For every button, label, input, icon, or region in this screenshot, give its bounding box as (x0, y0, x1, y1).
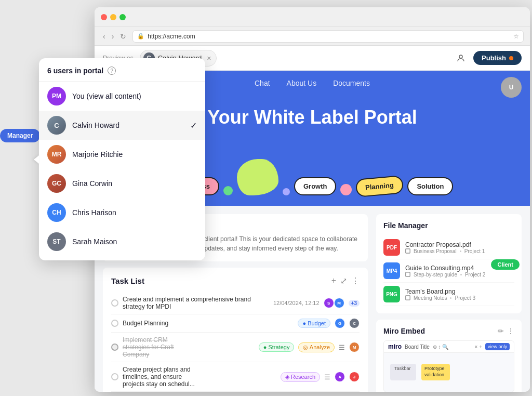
traffic-lights (101, 14, 126, 20)
file-meta: Meeting NotesProject 3 (405, 295, 514, 301)
shape-growth: Growth (294, 177, 337, 195)
dropdown-item-name: Calvin Howard (72, 121, 184, 129)
list-icon: ☰ (339, 344, 345, 351)
miro-logo: miro (388, 343, 402, 350)
check-icon: ✓ (190, 121, 197, 130)
nav-about[interactable]: About Us (287, 79, 317, 87)
hero-avatar: U (501, 77, 522, 98)
dropdown-item-you[interactable]: PM You (view all content) (39, 82, 205, 111)
minimize-button[interactable] (110, 14, 116, 20)
task-avatar: G (335, 318, 345, 328)
task-checkbox[interactable] (111, 344, 118, 351)
svg-point-0 (459, 55, 462, 58)
dropdown-item-name: Marjorie Ritchie (72, 150, 197, 159)
avatar-marjorie: MR (47, 145, 66, 164)
file-meta: Business ProposalProject 1 (405, 248, 514, 254)
add-task-icon[interactable]: + (331, 276, 336, 286)
dropdown-item-chris[interactable]: CH Chris Harison (39, 198, 205, 227)
back-button[interactable]: ‹ (101, 31, 108, 42)
dropdown-item-gina[interactable]: GC Gina Corwin (39, 169, 205, 198)
task-avatar: S (324, 298, 334, 308)
avatar-sarah: ST (47, 232, 66, 251)
task-row: Implement CRM strategies for Craft Compa… (111, 333, 360, 362)
manager-badge: Manager (0, 129, 40, 142)
miro-toolbar: miro Board Title ⊕ ↕ 🔍 × + view only (384, 341, 514, 353)
file-name: Team's Board.png (405, 288, 514, 295)
nav-buttons: ‹ › ↻ (101, 31, 128, 42)
task-text: Implement CRM strategies for Craft Compa… (123, 336, 187, 358)
miro-taskbar-sticky: Taskbar (390, 364, 416, 380)
dropdown-item-name: Sarah Maison (72, 237, 197, 246)
shape-circle-pink (340, 184, 352, 195)
file-manager-card: File Manager PDF Contractor Proposal.pdf… (376, 214, 522, 313)
file-row: MP4 Guide to Consulting.mp4 Step-by-step… (383, 259, 514, 283)
miro-header: Miro Embed ✏ ⋮ (383, 327, 514, 335)
close-button[interactable] (101, 14, 107, 20)
task-list-card: Task List + ⤢ ⋮ Create and implement a c… (103, 268, 368, 392)
task-text: Create project plans and timelines, and … (123, 366, 197, 388)
task-checkbox[interactable] (111, 320, 118, 327)
task-list-title: Task List (111, 276, 144, 285)
shape-circle-green (223, 186, 233, 195)
task-text: Create and implement a comprehensive bra… (123, 296, 269, 310)
maximize-button[interactable] (119, 14, 126, 20)
publish-dot (509, 56, 513, 60)
task-date: 12/04/2024, 12:12 (273, 300, 320, 306)
miro-content: Taskbar Prototypevalidation (384, 348, 514, 384)
dropdown-item-name: Chris Harison (72, 208, 197, 217)
task-checkbox[interactable] (111, 299, 118, 307)
task-row: Create and implement a comprehensive bra… (111, 292, 360, 314)
help-icon[interactable]: ? (108, 67, 116, 75)
list-icon: ☰ (324, 373, 330, 381)
address-bar: ‹ › ↻ 🔒 https://acme.com ☆ (95, 27, 530, 46)
dropdown-item-marjorie[interactable]: MR Marjorie Ritchie (39, 140, 205, 169)
dropdown-item-calvin[interactable]: C Calvin Howard ✓ (39, 111, 205, 140)
task-avatar: C (349, 318, 360, 328)
right-column: File Manager PDF Contractor Proposal.pdf… (376, 214, 522, 392)
file-info: Team's Board.png Meeting NotesProject 3 (405, 288, 514, 301)
task-row: Budget Planning ● Budget G C (111, 314, 360, 333)
task-tag-analyze: ◎ Analyze (298, 342, 335, 352)
task-tag-strategy: ● Strategy (259, 342, 295, 352)
task-tag-research: ◈ Research (281, 372, 320, 382)
publish-label: Publish (482, 54, 506, 62)
shape-planning: Planning (355, 175, 404, 197)
task-tag-budget: ● Budget (298, 319, 330, 328)
file-row: PNG Team's Board.png Meeting NotesProjec… (383, 283, 514, 306)
nav-chat[interactable]: Chat (255, 79, 270, 87)
miro-more-icon[interactable]: ⋮ (507, 327, 514, 335)
lock-icon: 🔒 (137, 33, 144, 39)
miro-actions: ✏ ⋮ (498, 327, 514, 335)
title-bar (95, 7, 530, 27)
mp4-icon: MP4 (383, 262, 400, 279)
more-task-icon[interactable]: ⋮ (351, 276, 360, 286)
file-info: Contractor Proposal.pdf Business Proposa… (405, 241, 514, 254)
dropdown-item-sarah[interactable]: ST Sarah Maison (39, 227, 205, 256)
task-avatar: J (349, 372, 360, 382)
nav-documents[interactable]: Documents (333, 79, 370, 87)
publish-button[interactable]: Publish (473, 51, 522, 65)
close-pill-icon[interactable]: × (207, 54, 211, 62)
svg-rect-3 (406, 296, 410, 300)
miro-card: Miro Embed ✏ ⋮ miro Board Title ⊕ ↕ 🔍 × (376, 320, 522, 392)
user-icon-button[interactable] (453, 50, 469, 67)
task-list-header: Task List + ⤢ ⋮ (111, 276, 360, 286)
avatar-you: PM (47, 87, 66, 105)
reload-button[interactable]: ↻ (118, 31, 128, 42)
client-badge: Client (491, 259, 520, 270)
expand-task-icon[interactable]: ⤢ (340, 276, 347, 286)
miro-edit-icon[interactable]: ✏ (498, 327, 504, 335)
avatar-calvin: C (47, 116, 66, 135)
url-bar[interactable]: 🔒 https://acme.com ☆ (132, 30, 524, 43)
task-checkbox[interactable] (111, 373, 118, 380)
task-text: Budget Planning (123, 320, 206, 327)
file-meta: Step-by-step guideProject 2 (405, 272, 514, 278)
miro-board-title: Board Title (405, 344, 430, 350)
shape-blob (237, 159, 278, 195)
miro-title: Miro Embed (383, 327, 425, 335)
forward-button[interactable]: › (110, 31, 116, 42)
task-row: Create project plans and timelines, and … (111, 362, 360, 392)
task-avatars: S M (324, 298, 344, 308)
avatar-chris: CH (47, 203, 66, 222)
url-text: https://acme.com (148, 33, 195, 40)
